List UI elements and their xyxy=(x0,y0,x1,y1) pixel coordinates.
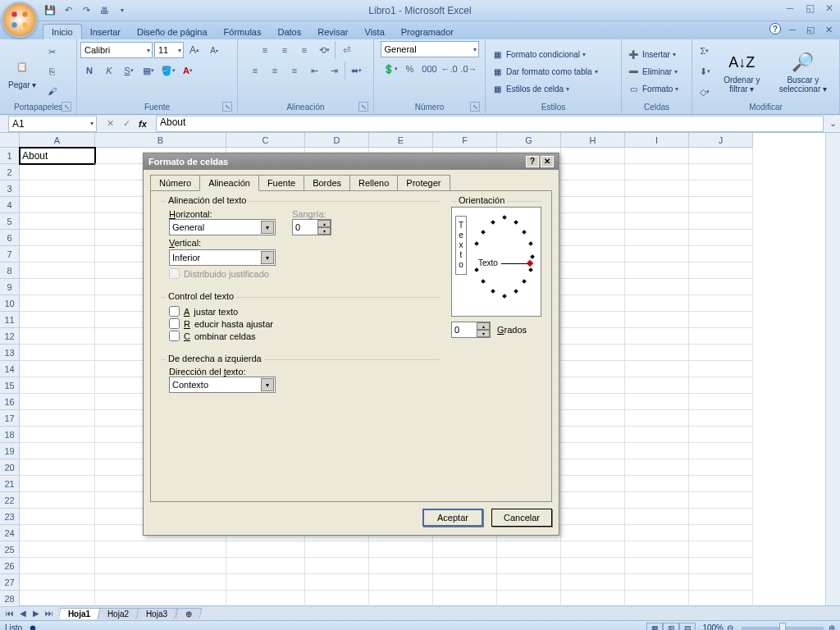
undo-icon[interactable]: ↶ xyxy=(61,3,75,18)
tab-insertar[interactable]: Insertar xyxy=(82,25,129,39)
sheet-tab-hoja3[interactable]: Hoja3 xyxy=(136,608,178,619)
row-header[interactable]: 14 xyxy=(0,361,20,377)
row-header[interactable]: 4 xyxy=(0,197,20,213)
dialog-help-icon[interactable]: ? xyxy=(526,156,539,167)
cell[interactable] xyxy=(625,262,689,279)
row-header[interactable]: 5 xyxy=(0,213,20,230)
cell[interactable] xyxy=(561,180,625,197)
cell-styles-button[interactable]: ▦Estilos de celda▾ xyxy=(489,81,600,96)
cell[interactable] xyxy=(226,558,305,574)
cell[interactable] xyxy=(20,509,95,525)
cell[interactable] xyxy=(20,180,95,197)
cell[interactable] xyxy=(625,279,689,295)
save-icon[interactable]: 💾 xyxy=(43,3,57,18)
cell[interactable] xyxy=(689,164,753,180)
zoom-percent[interactable]: 100% xyxy=(702,623,724,630)
decrease-indent-icon[interactable]: ⇤ xyxy=(305,62,323,80)
launcher-icon[interactable]: ⤡ xyxy=(62,102,71,112)
qat-dropdown-icon[interactable]: ▾ xyxy=(115,3,130,18)
cell[interactable] xyxy=(689,574,753,591)
fx-icon[interactable]: fx xyxy=(136,117,149,130)
restore-icon[interactable]: ◱ xyxy=(802,2,817,15)
cell[interactable] xyxy=(20,427,95,443)
cell[interactable] xyxy=(433,558,497,574)
cancel-formula-icon[interactable]: ✕ xyxy=(103,117,116,130)
column-header[interactable]: I xyxy=(625,133,689,148)
column-headers[interactable]: ABCDEFGHIJ xyxy=(20,133,753,148)
select-all-corner[interactable] xyxy=(0,133,20,148)
orientation-vertical-text[interactable]: Texto xyxy=(455,216,467,275)
minimize-icon[interactable]: ─ xyxy=(783,2,797,15)
row-header[interactable]: 27 xyxy=(0,574,20,591)
wrap-text-checkbox[interactable]: Ajustar texto xyxy=(169,306,431,317)
cell[interactable] xyxy=(20,213,95,230)
row-header[interactable]: 7 xyxy=(0,246,20,262)
align-top-icon[interactable]: ≡ xyxy=(256,41,274,59)
tab-programador[interactable]: Programador xyxy=(393,25,462,39)
row-header[interactable]: 13 xyxy=(0,345,20,361)
cell[interactable] xyxy=(689,525,753,541)
cell[interactable] xyxy=(689,492,753,509)
tab-formulas[interactable]: Fórmulas xyxy=(216,25,270,39)
paste-button[interactable]: 📋 Pegar ▾ xyxy=(3,52,41,91)
cell[interactable] xyxy=(689,345,753,361)
row-header[interactable]: 17 xyxy=(0,410,20,427)
increase-decimal-icon[interactable]: ←.0 xyxy=(441,60,459,78)
row-header[interactable]: 20 xyxy=(0,459,20,476)
orientation-handle-icon[interactable] xyxy=(527,260,533,267)
cell[interactable] xyxy=(561,558,625,574)
expand-formula-icon[interactable]: ⌄ xyxy=(825,118,840,129)
cell[interactable] xyxy=(20,230,95,246)
cell[interactable] xyxy=(689,459,753,476)
cell[interactable] xyxy=(689,246,753,262)
conditional-format-button[interactable]: ▦Formato condicional▾ xyxy=(489,47,600,62)
cell[interactable] xyxy=(20,361,95,377)
cell[interactable] xyxy=(561,394,625,410)
dialog-titlebar[interactable]: Formato de celdas ? ✕ xyxy=(144,153,559,170)
cell[interactable] xyxy=(625,345,689,361)
row-header[interactable]: 10 xyxy=(0,295,20,312)
row-header[interactable]: 23 xyxy=(0,509,20,525)
row-header[interactable]: 3 xyxy=(0,180,20,197)
cell[interactable] xyxy=(20,558,95,574)
fill-color-icon[interactable]: 🪣▾ xyxy=(159,62,177,80)
tab-revisar[interactable]: Revisar xyxy=(309,25,356,39)
doc-minimize-icon[interactable]: ─ xyxy=(786,23,799,36)
cell[interactable] xyxy=(561,410,625,427)
column-header[interactable]: H xyxy=(561,133,625,148)
office-button[interactable] xyxy=(2,2,38,38)
vertical-scrollbar[interactable] xyxy=(825,133,840,605)
autosum-icon[interactable]: Σ▾ xyxy=(696,42,714,60)
row-header[interactable]: 9 xyxy=(0,279,20,295)
cell[interactable] xyxy=(20,541,95,558)
doc-restore-icon[interactable]: ◱ xyxy=(804,23,817,36)
find-select-button[interactable]: 🔎 Buscar y seleccionar ▾ xyxy=(770,48,836,95)
tab-datos[interactable]: Datos xyxy=(269,25,309,39)
merge-checkbox[interactable]: Combinar celdas xyxy=(169,331,431,341)
format-painter-icon[interactable]: 🖌 xyxy=(43,82,61,100)
launcher-icon[interactable]: ⤡ xyxy=(222,102,232,112)
cell[interactable] xyxy=(497,591,561,607)
cell[interactable] xyxy=(625,509,689,525)
cell[interactable] xyxy=(20,164,95,180)
cell[interactable] xyxy=(20,246,95,262)
page-break-view-icon[interactable]: ▤ xyxy=(679,623,696,631)
page-layout-view-icon[interactable]: ▥ xyxy=(663,623,679,631)
sangria-spinner[interactable]: 0▴▾ xyxy=(292,219,331,235)
cell[interactable] xyxy=(95,541,226,558)
dlg-tab-bordes[interactable]: Bordes xyxy=(304,175,350,191)
cell[interactable] xyxy=(625,148,689,164)
cell[interactable] xyxy=(561,492,625,509)
new-sheet-button[interactable]: ⊕ xyxy=(175,608,202,619)
cell[interactable] xyxy=(625,427,689,443)
cell[interactable] xyxy=(561,246,625,262)
cell[interactable] xyxy=(305,541,369,558)
align-center-icon[interactable]: ≡ xyxy=(266,62,284,80)
cell[interactable] xyxy=(689,394,753,410)
cell[interactable] xyxy=(625,525,689,541)
cell[interactable] xyxy=(561,427,625,443)
column-header[interactable]: J xyxy=(689,133,753,148)
zoom-slider[interactable] xyxy=(742,627,824,630)
delete-cells-button[interactable]: ➖Eliminar▾ xyxy=(625,64,680,79)
cell[interactable] xyxy=(625,558,689,574)
